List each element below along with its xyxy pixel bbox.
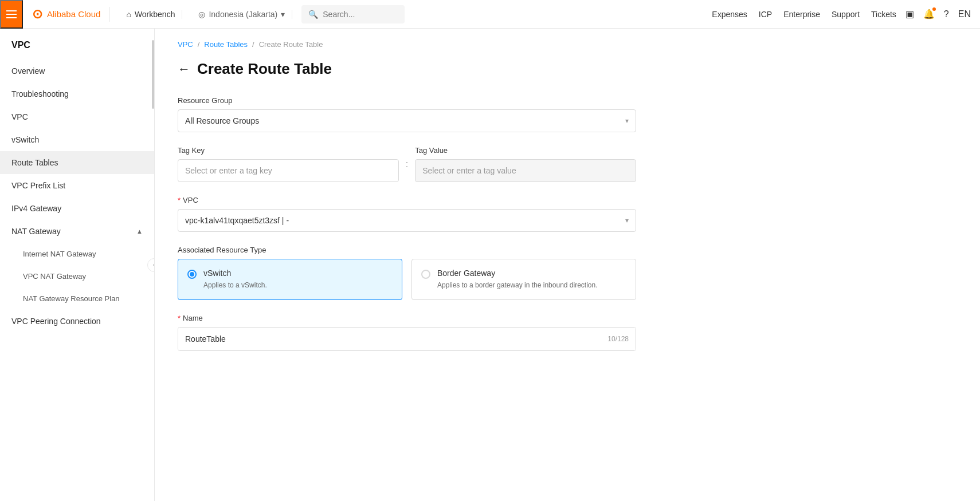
alibaba-logo-text: Alibaba Cloud xyxy=(47,9,100,19)
sidebar-item-label: Overview xyxy=(11,66,45,76)
search-input[interactable] xyxy=(323,10,398,19)
sidebar-item-vswitch[interactable]: vSwitch xyxy=(0,128,154,151)
sidebar-item-internet-nat-gateway[interactable]: Internet NAT Gateway xyxy=(0,243,154,265)
enterprise-link[interactable]: Enterprise xyxy=(783,10,820,19)
resource-card-vswitch-desc: Applies to a vSwitch. xyxy=(203,280,267,290)
resource-card-border-gateway-content: Border Gateway Applies to a border gatew… xyxy=(437,269,598,290)
tickets-link[interactable]: Tickets xyxy=(871,10,896,19)
name-label: * Name xyxy=(178,314,636,322)
name-field: * Name 10/128 xyxy=(178,314,636,351)
sidebar: VPC Overview Troubleshooting VPC vSwitch… xyxy=(0,29,155,501)
expenses-link[interactable]: Expenses xyxy=(712,10,747,19)
main-content: VPC / Route Tables / Create Route Table … xyxy=(155,29,980,501)
home-icon: ⌂ xyxy=(126,10,131,19)
tag-value-placeholder: Select or enter a tag value xyxy=(422,166,516,175)
vpc-select[interactable]: vpc-k1alv41tqxqaet5zt3zsf | - ▾ xyxy=(178,209,636,232)
resource-card-vswitch[interactable]: vSwitch Applies to a vSwitch. xyxy=(178,259,402,300)
chevron-down-icon: ▾ xyxy=(625,117,629,125)
sidebar-title: VPC xyxy=(0,29,154,60)
sidebar-item-label: NAT Gateway Resource Plan xyxy=(23,294,120,303)
workbench-nav-item[interactable]: ⌂ Workbench xyxy=(119,10,182,19)
sidebar-item-ipv4-gateway[interactable]: IPv4 Gateway xyxy=(0,197,154,220)
chevron-down-icon: ▾ xyxy=(281,10,285,19)
page-header: ← Create Route Table xyxy=(178,60,957,78)
search-icon: 🔍 xyxy=(308,10,318,19)
tag-value-label: Tag Value xyxy=(415,146,636,155)
sidebar-item-label: VPC NAT Gateway xyxy=(23,272,86,281)
radio-border-gateway xyxy=(421,270,430,279)
tag-key-placeholder: Select or enter a tag key xyxy=(185,166,272,175)
chevron-left-icon: ‹ xyxy=(153,262,155,268)
tag-field: Tag Key Select or enter a tag key : Tag … xyxy=(178,146,636,182)
sidebar-item-vpc[interactable]: VPC xyxy=(0,105,154,128)
name-input[interactable] xyxy=(178,328,636,350)
notification-dot xyxy=(932,7,936,11)
back-button[interactable]: ← xyxy=(178,62,190,77)
breadcrumb-sep-1: / xyxy=(198,40,200,49)
create-route-table-form: Resource Group All Resource Groups ▾ Tag… xyxy=(178,96,636,351)
resource-card-vswitch-content: vSwitch Applies to a vSwitch. xyxy=(203,269,267,290)
alibaba-logo-icon: ⊙ xyxy=(32,7,42,22)
region-label: Indonesia (Jakarta) xyxy=(209,10,277,19)
radio-vswitch xyxy=(187,270,197,279)
vpc-field: * VPC vpc-k1alv41tqxqaet5zt3zsf | - ▾ xyxy=(178,196,636,232)
sidebar-item-nat-gateway[interactable]: NAT Gateway ▲ xyxy=(0,220,154,243)
sidebar-item-troubleshooting[interactable]: Troubleshooting xyxy=(0,82,154,105)
region-selector[interactable]: ◎ Indonesia (Jakarta) ▾ xyxy=(191,10,292,19)
sidebar-item-vpc-nat-gateway[interactable]: VPC NAT Gateway xyxy=(0,265,154,287)
tag-value-input[interactable]: Select or enter a tag value xyxy=(415,159,636,182)
language-selector[interactable]: EN xyxy=(958,9,971,19)
sidebar-item-vpc-peering-connection[interactable]: VPC Peering Connection xyxy=(0,310,154,333)
tag-value-col: Tag Value Select or enter a tag value xyxy=(415,146,636,182)
sidebar-item-vpc-prefix-list[interactable]: VPC Prefix List xyxy=(0,174,154,197)
resource-card-vswitch-title: vSwitch xyxy=(203,269,267,278)
workbench-label: Workbench xyxy=(135,10,175,19)
tag-separator: : xyxy=(406,159,408,169)
icp-link[interactable]: ICP xyxy=(759,10,772,19)
sidebar-item-label: Route Tables xyxy=(11,158,58,167)
tag-key-input[interactable]: Select or enter a tag key xyxy=(178,159,399,182)
notification-bell-icon[interactable]: 🔔 xyxy=(923,9,935,19)
sidebar-item-route-tables[interactable]: Route Tables xyxy=(0,151,154,174)
sidebar-item-overview[interactable]: Overview xyxy=(0,60,154,82)
name-input-wrapper: 10/128 xyxy=(178,327,636,351)
sidebar-item-label: Troubleshooting xyxy=(11,89,69,98)
breadcrumb: VPC / Route Tables / Create Route Table xyxy=(178,40,957,49)
sidebar-item-label: Internet NAT Gateway xyxy=(23,250,96,258)
sidebar-item-label: vSwitch xyxy=(11,135,39,144)
top-navigation: ⊙ Alibaba Cloud ⌂ Workbench ◎ Indonesia … xyxy=(0,0,980,29)
breadcrumb-route-tables[interactable]: Route Tables xyxy=(204,40,248,49)
name-counter: 10/128 xyxy=(607,335,629,343)
tag-key-label: Tag Key xyxy=(178,146,399,155)
resource-card-border-gateway[interactable]: Border Gateway Applies to a border gatew… xyxy=(411,259,636,300)
page-title: Create Route Table xyxy=(197,60,332,78)
sidebar-item-nat-gateway-resource-plan[interactable]: NAT Gateway Resource Plan xyxy=(0,287,154,310)
breadcrumb-current: Create Route Table xyxy=(259,40,323,49)
sidebar-item-label: VPC Prefix List xyxy=(11,181,65,190)
associated-resource-type-field: Associated Resource Type vSwitch Applies… xyxy=(178,246,636,300)
resource-group-field: Resource Group All Resource Groups ▾ xyxy=(178,96,636,132)
resource-card-border-gateway-title: Border Gateway xyxy=(437,269,598,278)
required-indicator: * xyxy=(178,314,181,322)
breadcrumb-sep-2: / xyxy=(252,40,254,49)
help-icon[interactable]: ? xyxy=(944,9,949,19)
vpc-value: vpc-k1alv41tqxqaet5zt3zsf | - xyxy=(185,216,289,225)
hamburger-icon xyxy=(6,10,17,18)
resource-card-border-gateway-desc: Applies to a border gateway in the inbou… xyxy=(437,280,598,290)
sidebar-item-label: NAT Gateway xyxy=(11,227,61,236)
tag-row: Tag Key Select or enter a tag key : Tag … xyxy=(178,146,636,182)
resource-type-options: vSwitch Applies to a vSwitch. Border Gat… xyxy=(178,259,636,300)
nav-icon-group: ▣ 🔔 ? EN xyxy=(905,9,971,19)
sidebar-item-label: VPC Peering Connection xyxy=(11,317,101,326)
resource-group-select[interactable]: All Resource Groups ▾ xyxy=(178,109,636,132)
required-indicator: * xyxy=(178,196,181,204)
breadcrumb-vpc[interactable]: VPC xyxy=(178,40,193,49)
search-bar[interactable]: 🔍 xyxy=(301,5,405,23)
nav-links: Expenses ICP Enterprise Support Tickets xyxy=(712,10,896,19)
associated-resource-type-label: Associated Resource Type xyxy=(178,246,636,254)
monitor-icon[interactable]: ▣ xyxy=(905,9,914,19)
support-link[interactable]: Support xyxy=(832,10,860,19)
hamburger-button[interactable] xyxy=(0,0,23,29)
tag-key-col: Tag Key Select or enter a tag key xyxy=(178,146,399,182)
vpc-label: * VPC xyxy=(178,196,636,204)
